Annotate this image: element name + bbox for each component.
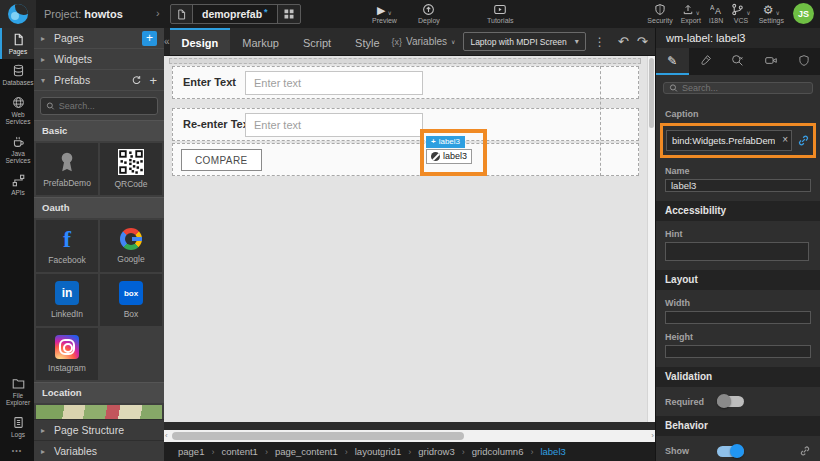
label3-widget[interactable]: label3	[426, 149, 472, 164]
scrollbar-thumb[interactable]	[649, 58, 654, 128]
tab-style[interactable]: Style	[343, 28, 391, 55]
prefab-tile-map[interactable]	[36, 405, 162, 419]
undo-button[interactable]: ↶	[614, 28, 633, 55]
tab-script[interactable]: Script	[291, 28, 343, 55]
prefab-tile-facebook[interactable]: f Facebook	[36, 220, 98, 272]
coffee-icon	[12, 135, 25, 148]
height-input[interactable]	[665, 345, 811, 358]
tab-properties[interactable]: ✎	[656, 48, 689, 75]
tab-design[interactable]: Design	[170, 28, 231, 55]
show-toggle[interactable]	[717, 446, 744, 457]
import-prefab-button[interactable]: +	[149, 74, 157, 87]
prefab-search-input[interactable]	[59, 101, 152, 111]
section-pages[interactable]: ▸ Pages +	[34, 28, 164, 49]
chevron-down-icon: ∨	[746, 9, 750, 16]
sidebar-item-web-services[interactable]: Web Services	[0, 91, 34, 130]
breadcrumb-item[interactable]: gridcolumn6	[472, 446, 524, 457]
sidebar-item-pages[interactable]: Pages	[0, 28, 34, 59]
name-input[interactable]	[665, 179, 811, 192]
wavemaker-logo-button[interactable]	[0, 0, 36, 28]
canvas-vertical-scrollbar[interactable]	[647, 56, 655, 422]
scrollbar-thumb[interactable]	[172, 432, 464, 440]
sidebar-item-logs[interactable]: Logs	[0, 411, 34, 442]
box-icon: box	[119, 281, 143, 305]
text-input-1[interactable]	[245, 71, 423, 95]
breadcrumb-item-active[interactable]: label3	[540, 446, 565, 457]
grid-icon[interactable]	[278, 8, 300, 20]
i18n-button[interactable]: AA i18N	[709, 3, 723, 24]
settings-button[interactable]: ⚙∨ Settings	[759, 3, 784, 24]
tab-security-props[interactable]	[787, 48, 820, 75]
section-page-structure[interactable]: ▸ Page Structure	[34, 419, 164, 440]
properties-search-box[interactable]	[663, 82, 813, 94]
shield-icon	[654, 3, 666, 16]
clear-binding-icon[interactable]: ×	[782, 134, 788, 145]
more-options-button[interactable]: ⋮	[590, 28, 610, 55]
variables-button[interactable]: {x} Variables ∨	[392, 28, 460, 55]
properties-search-input[interactable]	[682, 83, 807, 93]
grid-row-2[interactable]: Re-enter Text	[172, 108, 639, 141]
refresh-icon[interactable]	[131, 75, 142, 86]
sidebar-item-file-explorer[interactable]: File Explorer	[0, 372, 34, 411]
text-input-2[interactable]	[245, 113, 423, 137]
pages-panel: ▸ Pages + ▸ Widgets ▾ Prefabs + Basic	[34, 28, 164, 461]
add-page-button[interactable]: +	[142, 31, 157, 46]
bind-link-icon[interactable]	[797, 134, 810, 147]
tutorials-label: Tutorials	[487, 17, 514, 24]
breadcrumb-item[interactable]: page_content1	[275, 446, 338, 457]
prefab-tile-qrcode[interactable]: QRCode	[100, 143, 162, 195]
grid-row-3[interactable]: COMPARE	[172, 143, 639, 176]
tab-styles[interactable]	[689, 48, 722, 75]
section-variables[interactable]: ▸ Variables	[34, 440, 164, 461]
compare-button[interactable]: COMPARE	[181, 149, 262, 171]
prefab-tile-instagram[interactable]: Instagram	[36, 328, 98, 380]
widget-drag-handle[interactable]: + label3	[426, 136, 465, 148]
canvas-horizontal-scrollbar[interactable]: ‹ ›	[164, 430, 655, 442]
deploy-button[interactable]: Deploy	[418, 3, 440, 24]
security-button[interactable]: Security	[647, 3, 672, 24]
chevron-right-icon: ▸	[41, 34, 48, 43]
section-widgets[interactable]: ▸ Widgets	[34, 49, 164, 70]
device-selector[interactable]: Laptop with MDPI Screen ▾	[463, 32, 585, 51]
breadcrumb-item[interactable]: content1	[221, 446, 257, 457]
translate-icon: AA	[710, 3, 723, 16]
tab-device-props[interactable]	[754, 48, 787, 75]
export-button[interactable]: ∨ Export	[681, 3, 701, 24]
section-variables-label: Variables	[54, 445, 97, 457]
breadcrumb-item[interactable]: layoutgrid1	[355, 446, 401, 457]
prefab-tile-google[interactable]: Google	[100, 220, 162, 272]
vcs-button[interactable]: ∨ VCS	[731, 3, 750, 24]
sidebar-item-java-services[interactable]: Java Services	[0, 130, 34, 169]
caption-input[interactable]	[666, 130, 792, 151]
prefab-search-box[interactable]	[40, 97, 158, 115]
redo-button[interactable]: ↷	[633, 28, 652, 55]
sidebar-item-apis[interactable]: APIs	[0, 169, 34, 200]
breadcrumb-item[interactable]: page1	[178, 446, 204, 457]
project-label: Project:	[44, 8, 81, 20]
preview-button[interactable]: ▶∨ Preview	[372, 3, 397, 24]
bind-link-icon[interactable]	[799, 445, 811, 457]
sidebar-item-databases[interactable]: Databases	[0, 59, 34, 90]
tab-search-properties[interactable]	[722, 48, 755, 75]
scroll-right-arrow[interactable]: ›	[651, 432, 654, 440]
width-input[interactable]	[665, 311, 811, 324]
grid-row-1[interactable]: Enter Text	[172, 66, 639, 99]
rail-overflow-button[interactable]: •••	[0, 442, 34, 461]
breadcrumb-item[interactable]: gridrow3	[418, 446, 454, 457]
prefab-tile-prefabdemo[interactable]: PrefabDemo	[36, 143, 98, 195]
prefab-tile-linkedin[interactable]: in LinkedIn	[36, 274, 98, 326]
required-toggle[interactable]	[717, 396, 744, 407]
instagram-icon	[55, 335, 79, 359]
top-bar: Project: howtos › demoprefab * ▶∨ Previe…	[0, 0, 820, 28]
bind-indicator-icon	[431, 152, 440, 161]
current-page-selector[interactable]: demoprefab *	[170, 4, 301, 24]
design-canvas[interactable]: Enter Text Re-enter Text COMPARE + label…	[164, 56, 655, 422]
tab-markup[interactable]: Markup	[230, 28, 291, 55]
section-prefabs[interactable]: ▾ Prefabs +	[34, 70, 164, 91]
tutorials-button[interactable]: Tutorials	[487, 3, 514, 24]
prefab-tile-box[interactable]: box Box	[100, 274, 162, 326]
hint-label: Hint	[665, 229, 811, 239]
user-avatar[interactable]: JS	[793, 3, 814, 24]
scroll-left-arrow[interactable]: ‹	[165, 432, 168, 440]
hint-input[interactable]	[665, 242, 809, 261]
